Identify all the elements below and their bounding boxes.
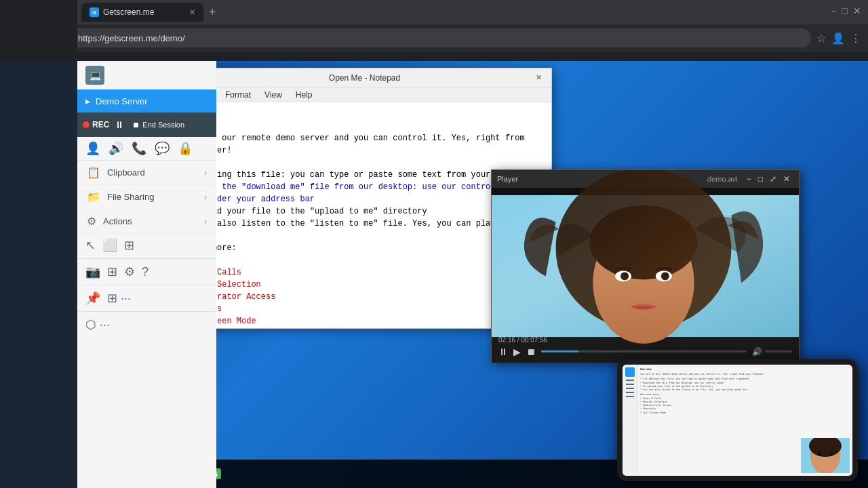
tablet-icon-2 xyxy=(626,380,634,381)
divider-1 xyxy=(77,258,216,259)
player-progress-fill xyxy=(541,350,578,352)
notepad-help-menu[interactable]: Help xyxy=(290,90,318,100)
tablet-icon-4 xyxy=(626,388,634,389)
svg-point-32 xyxy=(829,452,833,456)
pin-icon[interactable]: 📌 xyxy=(85,291,100,306)
svg-point-8 xyxy=(661,272,669,280)
server-label: Demo Server xyxy=(96,96,148,106)
player-video-area xyxy=(492,188,799,330)
notepad-line-2: * Try editing this file: you can type or… xyxy=(168,170,539,180)
win-close-btn[interactable]: ✕ xyxy=(853,5,861,16)
notepad-line-3: * Download the "download me" file from o… xyxy=(168,182,525,204)
settings-icon[interactable]: ⚙ xyxy=(124,264,135,279)
panel-icon-row-1: 👤 🔊 📞 💬 🔒 xyxy=(77,137,216,161)
end-session-label: End Session xyxy=(142,121,184,129)
tool-row-2: 📷 ⊞ ⚙ ? xyxy=(77,260,216,283)
stop-icon: ⏹ xyxy=(132,121,140,129)
end-session-button[interactable]: ⏹ End Session xyxy=(132,121,184,129)
tablet-icon-5 xyxy=(626,392,634,393)
browser-chrome: G Getscreen.me ✕ + − □ ✕ ‹ › ↻ 🔒 https:/… xyxy=(0,0,868,61)
tablet-text-11: * Full-Screen Mode xyxy=(640,411,850,415)
notepad-title: Open Me - Notepad xyxy=(198,73,531,83)
actions-icon: ⚙ xyxy=(87,215,96,228)
pointer-tool-icon[interactable]: ↖ xyxy=(85,238,96,253)
tablet-video-thumbnail xyxy=(801,438,850,473)
svg-point-4 xyxy=(589,205,697,280)
browser-action-icons: ☆ 👤 ⋮ xyxy=(816,32,861,45)
new-tab-btn[interactable]: + xyxy=(209,5,216,20)
notepad-view-menu[interactable]: View xyxy=(259,90,288,100)
panel-logo: 💻 xyxy=(77,61,216,89)
grid-icon[interactable]: ⊞ xyxy=(107,264,117,279)
bookmark-icon[interactable]: ☆ xyxy=(816,32,826,45)
lock-icon[interactable]: 🔒 xyxy=(178,141,193,156)
panel-server-header: ▸ Demo Server xyxy=(77,89,216,113)
player-progress-bar[interactable] xyxy=(541,350,747,352)
clipboard-label: Clipboard xyxy=(107,167,145,178)
svg-point-10 xyxy=(665,273,668,276)
win-maximize-btn[interactable]: □ xyxy=(842,5,848,16)
file-sharing-menu-item[interactable]: 📁 File Sharing › xyxy=(77,185,216,209)
actions-label: Actions xyxy=(103,216,132,226)
window-controls: − □ ✕ xyxy=(831,5,861,16)
pause-button[interactable]: ⏸ xyxy=(115,119,124,130)
player-window[interactable]: Player demo.avi − □ ⤢ ✕ xyxy=(491,169,800,363)
menu-icon[interactable]: ⋮ xyxy=(850,32,861,45)
tablet-left-panel xyxy=(623,365,637,476)
chat-icon[interactable]: 💬 xyxy=(155,141,170,156)
tablet-text-1: You are on our remote demo server and yo… xyxy=(640,373,850,376)
browser-tab[interactable]: G Getscreen.me ✕ xyxy=(81,3,203,22)
user-profile-icon[interactable]: 👤 xyxy=(831,32,845,45)
region-tool-icon[interactable]: ⬜ xyxy=(102,238,117,253)
rec-button[interactable]: REC xyxy=(83,120,109,129)
tool-row-3: 📌 ⊞ ··· xyxy=(77,287,216,310)
actions-arrow-icon: › xyxy=(204,217,207,226)
file-sharing-arrow-icon: › xyxy=(204,192,207,202)
tablet-icon-6 xyxy=(626,396,634,397)
notepad-menubar: File Edit Format View Help xyxy=(163,87,551,102)
grid2-icon[interactable]: ⊞ ··· xyxy=(107,291,131,306)
tablet-text-5: * You can also listen to the listen to m… xyxy=(640,388,850,392)
notepad-titlebar: − □ Open Me - Notepad ✕ xyxy=(163,68,551,87)
tablet-device: Welcome You are on our remote demo serve… xyxy=(617,359,858,481)
app-logo-icon: 💻 xyxy=(85,66,104,85)
tablet-content-area: Welcome You are on our remote demo serve… xyxy=(637,365,852,476)
rec-indicator xyxy=(83,121,90,128)
tool-row-4: ⬡ ··· xyxy=(77,313,216,336)
server-indicator-icon: ▸ xyxy=(85,96,90,106)
divider-2 xyxy=(77,285,216,285)
tablet-content-title: Welcome xyxy=(640,367,850,371)
tool-row-1: ↖ ⬜ ⊞ xyxy=(77,234,216,257)
divider-3 xyxy=(77,311,216,312)
tablet-panel-icon-1 xyxy=(625,367,635,377)
svg-point-31 xyxy=(818,452,822,456)
browser-left-spacer xyxy=(0,0,77,61)
left-panel: 💻 ▸ Demo Server REC ⏸ ⏹ End Session 👤 🔊 … xyxy=(77,61,216,488)
rec-label: REC xyxy=(92,120,109,129)
volume-icon[interactable]: 🔊 xyxy=(108,141,123,156)
notepad-line-5: * You can also listen to the "listen to … xyxy=(168,219,545,228)
clipboard-menu-item[interactable]: 📋 Clipboard › xyxy=(77,161,216,185)
screenshot-icon[interactable]: 📷 xyxy=(85,264,100,279)
svg-point-9 xyxy=(625,273,627,276)
actions-menu-item[interactable]: ⚙ Actions › xyxy=(77,209,216,234)
file-sharing-icon: 📁 xyxy=(87,190,100,203)
hex-icon[interactable]: ⬡ ··· xyxy=(85,317,110,332)
notepad-format-menu[interactable]: Format xyxy=(220,90,256,100)
help-icon[interactable]: ? xyxy=(142,265,149,279)
file-sharing-label: File Sharing xyxy=(107,192,154,202)
address-bar[interactable]: 🔒 https://getscreen.me/demo/ xyxy=(56,28,811,47)
tab-label: Getscreen.me xyxy=(103,7,154,17)
tab-favicon: G xyxy=(90,7,99,17)
user-icon[interactable]: 👤 xyxy=(85,141,100,156)
address-url: https://getscreen.me/demo/ xyxy=(78,33,185,43)
tablet-screen: Welcome You are on our remote demo serve… xyxy=(623,365,852,476)
notepad-close-btn[interactable]: ✕ xyxy=(531,72,546,84)
clipboard-arrow-icon: › xyxy=(204,168,207,178)
phone-icon[interactable]: 📞 xyxy=(132,141,146,156)
win-minimize-btn[interactable]: − xyxy=(831,5,836,16)
fullscreen-tool-icon[interactable]: ⊞ xyxy=(124,238,134,253)
notepad-line-1: You are on our remote demo server and yo… xyxy=(168,134,525,155)
tab-close-btn[interactable]: ✕ xyxy=(189,8,195,17)
browser-nav: ‹ › ↻ 🔒 https://getscreen.me/demo/ ☆ 👤 ⋮ xyxy=(0,24,868,52)
